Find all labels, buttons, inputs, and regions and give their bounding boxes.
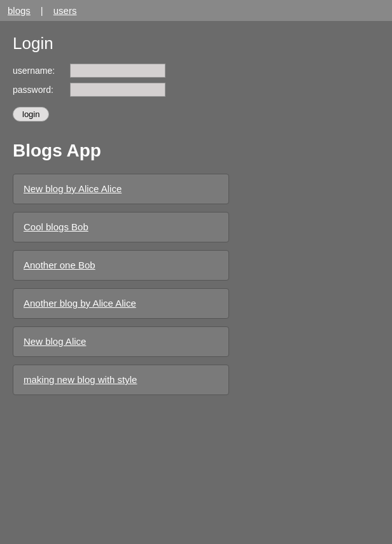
login-button[interactable]: login xyxy=(13,107,49,122)
blog-item[interactable]: New blog by Alice Alice xyxy=(13,174,229,204)
blog-item-link[interactable]: Cool blogs Bob xyxy=(24,221,88,232)
nav-blogs-link[interactable]: blogs xyxy=(8,5,31,16)
password-group: password: xyxy=(13,83,379,97)
nav-separator: | xyxy=(41,5,43,16)
blogs-app-title: Blogs App xyxy=(13,141,379,161)
blog-item[interactable]: Cool blogs Bob xyxy=(13,212,229,242)
login-section: Login username: password: login xyxy=(0,21,392,128)
blog-item[interactable]: Another one Bob xyxy=(13,250,229,281)
blog-item-link[interactable]: Another blog by Alice Alice xyxy=(24,298,136,309)
password-label: password: xyxy=(13,85,70,95)
blog-item[interactable]: making new blog with style xyxy=(13,365,229,395)
username-group: username: xyxy=(13,64,379,78)
blog-item-link[interactable]: making new blog with style xyxy=(24,374,137,385)
blogs-section: Blogs App New blog by Alice AliceCool bl… xyxy=(0,128,392,415)
username-label: username: xyxy=(13,66,70,76)
blog-item-link[interactable]: Another one Bob xyxy=(24,260,95,270)
blog-item[interactable]: Another blog by Alice Alice xyxy=(13,288,229,319)
blog-item[interactable]: New blog Alice xyxy=(13,326,229,357)
blog-list: New blog by Alice AliceCool blogs BobAno… xyxy=(13,174,379,395)
username-input[interactable] xyxy=(70,64,165,78)
password-input[interactable] xyxy=(70,83,165,97)
nav-bar: blogs | users xyxy=(0,0,392,21)
blog-item-link[interactable]: New blog Alice xyxy=(24,336,86,347)
blog-item-link[interactable]: New blog by Alice Alice xyxy=(24,183,122,194)
login-title: Login xyxy=(13,34,379,53)
nav-users-link[interactable]: users xyxy=(53,5,77,16)
